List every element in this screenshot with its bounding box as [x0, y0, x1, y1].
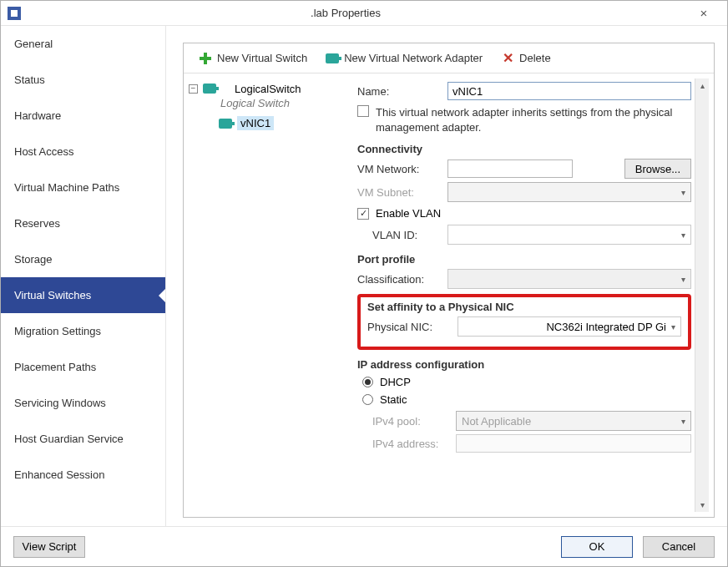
classification-select[interactable]: ▾	[447, 269, 691, 289]
affinity-heading: Set affinity to a Physical NIC	[367, 301, 681, 313]
ip-config-heading: IP address configuration	[357, 358, 691, 371]
sidebar-item-host-access[interactable]: Host Access	[1, 134, 165, 170]
close-button[interactable]: ×	[687, 6, 720, 20]
tree-root-label: LogicalSwitch	[235, 83, 301, 95]
vm-subnet-label: VM Subnet:	[357, 186, 441, 199]
affinity-highlight: Set affinity to a Physical NIC Physical …	[357, 294, 691, 350]
plus-icon	[199, 52, 212, 65]
connectivity-heading: Connectivity	[357, 143, 691, 155]
new-virtual-switch-label: New Virtual Switch	[217, 52, 307, 64]
sidebar-item-enhanced-session[interactable]: Enhanced Session	[1, 457, 165, 493]
nic-icon	[326, 52, 339, 65]
delete-button[interactable]: ✕ Delete	[494, 48, 558, 68]
vm-subnet-select: ▾	[447, 182, 691, 202]
content-area: New Virtual Switch New Virtual Network A…	[165, 26, 727, 526]
sidebar[interactable]: General Status Hardware Host Access Virt…	[1, 26, 165, 526]
chevron-down-icon: ▾	[681, 188, 685, 197]
static-radio[interactable]	[362, 394, 373, 405]
vm-network-label: VM Network:	[357, 163, 441, 175]
delete-label: Delete	[519, 52, 551, 64]
sidebar-item-reserves[interactable]: Reserves	[1, 205, 165, 241]
virtual-switches-panel: New Virtual Switch New Virtual Network A…	[183, 43, 715, 518]
properties-dialog: .lab Properties × General Status Hardwar…	[0, 0, 728, 567]
delete-x-icon: ✕	[501, 52, 514, 65]
switch-tree[interactable]: − LogicalSwitch Logical Switch vNIC1	[184, 73, 351, 517]
chevron-down-icon: ▾	[681, 230, 685, 240]
dhcp-label: DHCP	[380, 376, 411, 388]
sidebar-item-placement-paths[interactable]: Placement Paths	[1, 349, 165, 385]
ipv4-pool-label: IPv4 pool:	[357, 415, 449, 428]
inherit-checkbox[interactable]	[357, 105, 369, 117]
sidebar-item-host-guardian[interactable]: Host Guardian Service	[1, 421, 165, 457]
ok-button[interactable]: OK	[561, 536, 633, 558]
sidebar-item-hardware[interactable]: Hardware	[1, 98, 165, 134]
enable-vlan-label: Enable VLAN	[376, 207, 441, 220]
vlan-id-select[interactable]: ▾	[447, 225, 691, 245]
scroll-up-arrow-icon[interactable]: ▴	[695, 78, 709, 93]
classification-label: Classification:	[357, 273, 441, 286]
nic-icon	[219, 117, 232, 130]
sidebar-item-vm-paths[interactable]: Virtual Machine Paths	[1, 170, 165, 205]
sidebar-item-status[interactable]: Status	[1, 62, 165, 98]
physical-nic-label: Physical NIC:	[367, 321, 451, 333]
nic-icon	[203, 82, 216, 95]
dialog-footer: View Script OK Cancel	[1, 526, 727, 566]
chevron-down-icon: ▾	[681, 275, 685, 284]
sidebar-item-virtual-switches[interactable]: Virtual Switches	[1, 277, 165, 313]
sidebar-item-migration-settings[interactable]: Migration Settings	[1, 313, 165, 349]
new-virtual-network-adapter-button[interactable]: New Virtual Network Adapter	[319, 48, 489, 68]
ipv4-pool-value: Not Applicable	[462, 415, 531, 428]
physical-nic-value: NC362i Integrated DP Gi	[463, 321, 671, 333]
new-virtual-network-adapter-label: New Virtual Network Adapter	[344, 52, 483, 64]
adapter-form: Name: This virtual network adapter inher…	[351, 73, 714, 517]
dhcp-radio[interactable]	[362, 377, 373, 387]
ipv4-address-input	[456, 434, 691, 453]
tree-root[interactable]: − LogicalSwitch	[189, 80, 346, 97]
physical-nic-select[interactable]: NC362i Integrated DP Gi ▾	[458, 316, 681, 337]
cancel-button[interactable]: Cancel	[643, 536, 715, 558]
inherit-text: This virtual network adapter inherits se…	[376, 105, 691, 134]
form-scrollbar[interactable]: ▴ ▾	[695, 78, 709, 512]
scroll-down-arrow-icon[interactable]: ▾	[695, 498, 709, 512]
enable-vlan-checkbox[interactable]	[357, 208, 369, 220]
ipv4-pool-select: Not Applicable ▾	[456, 411, 691, 431]
toolbar: New Virtual Switch New Virtual Network A…	[184, 43, 714, 73]
tree-child-label: vNIC1	[237, 116, 274, 130]
new-virtual-switch-button[interactable]: New Virtual Switch	[192, 48, 314, 68]
port-profile-heading: Port profile	[357, 253, 691, 266]
panel-body: − LogicalSwitch Logical Switch vNIC1	[184, 73, 714, 517]
tree-root-caption: Logical Switch	[220, 97, 346, 109]
chevron-down-icon: ▾	[681, 417, 685, 426]
name-input[interactable]	[447, 82, 691, 100]
window-title: .lab Properties	[4, 7, 687, 19]
tree-child[interactable]: vNIC1	[189, 114, 346, 132]
expand-toggle[interactable]: −	[189, 84, 198, 94]
chevron-down-icon: ▾	[671, 322, 675, 332]
name-label: Name:	[357, 85, 441, 98]
sidebar-item-servicing-windows[interactable]: Servicing Windows	[1, 385, 165, 421]
titlebar: .lab Properties ×	[1, 1, 727, 26]
ipv4-address-label: IPv4 address:	[357, 438, 449, 450]
vm-network-input[interactable]	[447, 159, 573, 178]
view-script-button[interactable]: View Script	[13, 536, 85, 558]
static-label: Static	[380, 393, 407, 406]
browse-button[interactable]: Browse...	[624, 159, 691, 179]
dialog-body: General Status Hardware Host Access Virt…	[1, 26, 727, 526]
sidebar-item-storage[interactable]: Storage	[1, 241, 165, 277]
vlan-id-label: VLAN ID:	[357, 229, 441, 241]
sidebar-item-general[interactable]: General	[1, 26, 165, 62]
